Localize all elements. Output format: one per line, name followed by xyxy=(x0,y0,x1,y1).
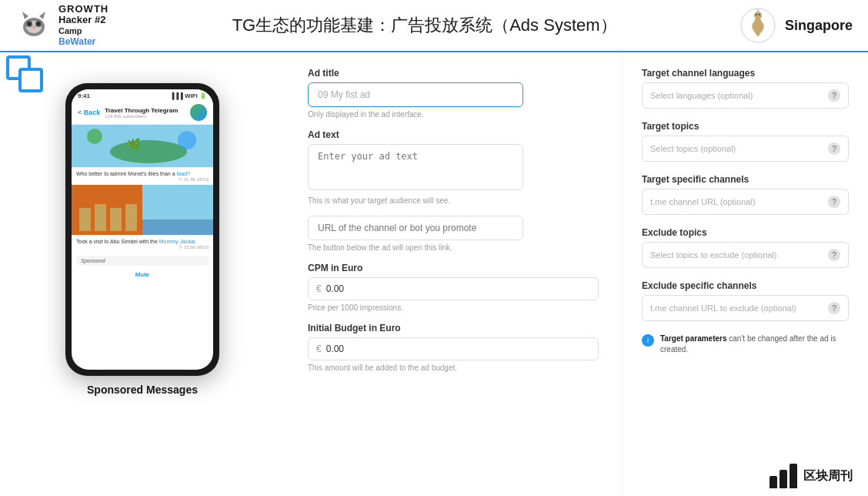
logo-hacker: Hacker #2 xyxy=(58,15,108,25)
info-bold-text: Target parameters xyxy=(660,334,727,343)
target-languages-select[interactable]: Select languages (optional) ? xyxy=(642,82,849,109)
svg-point-6 xyxy=(32,25,36,28)
middle-panel: Ad title Only displayed in the ad interf… xyxy=(285,52,622,496)
budget-section: Initial Budget in Euro € This amount wil… xyxy=(308,323,599,372)
info-icon: i xyxy=(642,334,654,347)
svg-point-12 xyxy=(759,14,760,15)
ad-title-input[interactable] xyxy=(308,82,523,107)
svg-point-4 xyxy=(28,22,31,25)
help-icon-topics: ? xyxy=(828,142,840,155)
message-time-1: © 21.4K 18:03 xyxy=(76,177,209,182)
svg-point-5 xyxy=(37,22,40,25)
left-panel: 9:41 ▐▐▐ WiFi 🔋 < Back Travel Through Te… xyxy=(0,52,285,496)
message-text-2: Took a visit to Abu Simbel with the Mumm… xyxy=(76,238,209,245)
message-block-1: Who better to admire Monet's lilies than… xyxy=(72,167,213,185)
phone-content: 🌿 Who better to admire Monet's lilies th… xyxy=(72,125,213,363)
logo-animal-icon xyxy=(15,7,52,44)
ad-title-label: Ad title xyxy=(308,68,599,79)
help-icon: ? xyxy=(828,89,840,102)
budget-currency: € xyxy=(316,344,322,354)
cpm-currency: € xyxy=(316,283,322,294)
svg-point-19 xyxy=(178,131,196,149)
branding-text: 区块周刊 xyxy=(803,468,853,484)
ad-text-label: Ad text xyxy=(308,129,599,140)
cpm-label: CPM in Euro xyxy=(308,263,599,273)
message-time-2: © 15.5K 08:03 xyxy=(76,245,209,250)
channel-avatar xyxy=(190,104,207,121)
sponsored-message: Sponsored xyxy=(76,256,209,266)
branding-name: 区块周刊 xyxy=(803,468,853,484)
exclude-topics-label: Exclude topics xyxy=(642,227,849,238)
bottom-branding: 区块周刊 xyxy=(770,464,853,488)
chart-icon xyxy=(770,464,797,488)
target-channels-label: Target specific channels xyxy=(642,174,849,185)
cpm-section: CPM in Euro € Price per 1000 impressions… xyxy=(308,263,599,312)
header-right: Singapore xyxy=(740,8,853,43)
svg-rect-23 xyxy=(79,208,91,231)
exclude-channels-placeholder: t.me channel URL to exclude (optional) xyxy=(650,303,796,313)
channel-info: Travel Through Telegram 119 936 subscrib… xyxy=(105,107,178,119)
logo-camp: Camp xyxy=(58,26,108,35)
logo-text: GROWTH Hacker #2 Camp BeWater xyxy=(58,4,108,47)
target-channels-placeholder: t.me channel URL (optional) xyxy=(650,197,756,206)
bar-2 xyxy=(780,470,787,488)
help-icon-channels: ? xyxy=(828,196,840,208)
phone-status-bar: 9:41 ▐▐▐ WiFi 🔋 xyxy=(72,89,213,101)
channel-header: < Back Travel Through Telegram 119 936 s… xyxy=(72,101,213,125)
svg-point-17 xyxy=(87,129,102,144)
message-block-2: Took a visit to Abu Simbel with the Mumm… xyxy=(72,235,213,253)
header: GROWTH Hacker #2 Camp BeWater TG生态的功能基建：… xyxy=(0,0,868,52)
ad-text-section: Ad text This is what your target audienc… xyxy=(308,129,599,205)
svg-rect-26 xyxy=(125,204,137,231)
ad-text-input[interactable] xyxy=(308,144,523,190)
cpm-input-wrapper: € xyxy=(308,277,599,300)
right-panel: Target channel languages Select language… xyxy=(622,52,868,496)
budget-input[interactable] xyxy=(326,344,590,354)
url-hint: The button below the ad will open this l… xyxy=(308,243,599,252)
back-button[interactable]: < Back xyxy=(78,109,100,116)
exclude-topics-select[interactable]: Select topics to exclude (optional) ? xyxy=(642,242,849,268)
help-icon-exclude-channels: ? xyxy=(828,302,840,314)
cpm-hint: Price per 1000 impressions. xyxy=(308,303,599,312)
phone-image-2 xyxy=(72,185,213,235)
page-title: TG生态的功能基建：广告投放系统（Ads System） xyxy=(232,14,617,37)
ad-title-hint: Only displayed in the ad interface. xyxy=(308,110,599,119)
budget-hint: This amount will be added to the ad budg… xyxy=(308,364,599,372)
svg-rect-24 xyxy=(95,204,106,231)
bar-3 xyxy=(790,464,797,488)
target-languages-placeholder: Select languages (optional) xyxy=(650,91,753,100)
exclude-channels-input[interactable]: t.me channel URL to exclude (optional) ? xyxy=(642,295,849,321)
target-topics-section: Target topics Select topics (optional) ? xyxy=(642,121,849,162)
budget-label: Initial Budget in Euro xyxy=(308,323,599,333)
target-channels-input[interactable]: t.me channel URL (optional) ? xyxy=(642,189,849,215)
target-languages-label: Target channel languages xyxy=(642,68,849,79)
svg-rect-25 xyxy=(110,208,122,231)
cpm-input[interactable] xyxy=(326,283,590,294)
exclude-channels-section: Exclude specific channels t.me channel U… xyxy=(642,280,849,321)
info-text: Target parameters can't be changed after… xyxy=(660,333,849,355)
svg-point-11 xyxy=(756,14,757,15)
channel-name: Travel Through Telegram xyxy=(105,107,178,114)
exclude-channels-label: Exclude specific channels xyxy=(642,280,849,291)
message-text-1: Who better to admire Monet's lilies than… xyxy=(76,170,209,177)
url-section: The button below the ad will open this l… xyxy=(308,216,599,252)
help-icon-exclude-topics: ? xyxy=(828,249,840,261)
sponsored-messages-label: Sponsored Messages xyxy=(87,384,198,396)
phone-time: 9:41 xyxy=(78,92,90,99)
main-content: 9:41 ▐▐▐ WiFi 🔋 < Back Travel Through Te… xyxy=(0,52,868,496)
phone-screen: 9:41 ▐▐▐ WiFi 🔋 < Back Travel Through Te… xyxy=(72,89,213,370)
target-topics-label: Target topics xyxy=(642,121,849,132)
target-topics-select[interactable]: Select topics (optional) ? xyxy=(642,136,849,162)
url-input[interactable] xyxy=(308,216,523,240)
exclude-topics-placeholder: Select topics to exclude (optional) xyxy=(650,250,776,260)
phone-image-1: 🌿 xyxy=(72,125,213,167)
ad-title-section: Ad title Only displayed in the ad interf… xyxy=(308,68,599,119)
mute-button[interactable]: Mute xyxy=(72,269,213,280)
svg-marker-8 xyxy=(39,12,45,19)
ad-text-hint: This is what your target audience will s… xyxy=(308,196,599,205)
phone-frame: 9:41 ▐▐▐ WiFi 🔋 < Back Travel Through Te… xyxy=(65,83,219,376)
logo-area: GROWTH Hacker #2 Camp BeWater xyxy=(15,4,108,47)
target-topics-placeholder: Select topics (optional) xyxy=(650,144,736,153)
phone-signal: ▐▐▐ WiFi 🔋 xyxy=(170,92,207,99)
svg-marker-7 xyxy=(22,12,28,19)
